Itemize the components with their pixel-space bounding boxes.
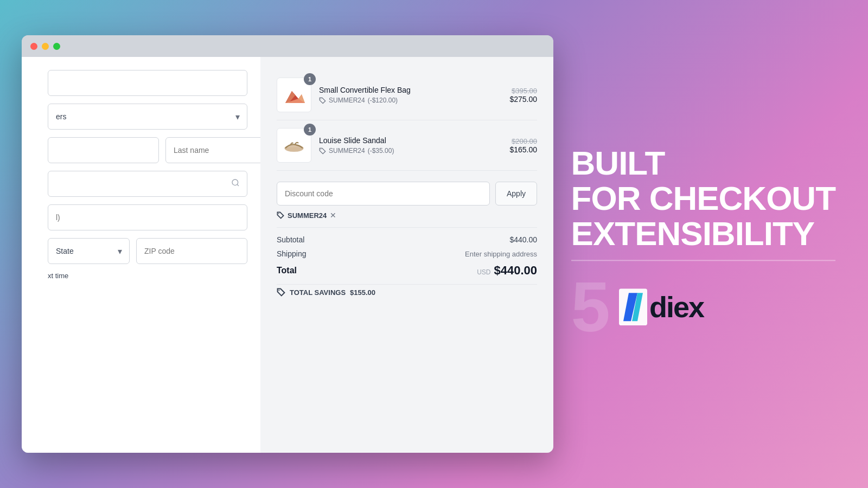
subtotal-row: Subtotal $440.00 [277, 235, 537, 244]
price-original-bag: $395.00 [509, 87, 537, 95]
subtotal-label: Subtotal [277, 235, 304, 244]
browser-content: ers ▾ [22, 57, 553, 453]
price-discounted-sandal: $165.00 [509, 145, 537, 154]
country-select-wrap: ers ▾ [48, 104, 247, 130]
applied-code-wrap: SUMMER24 ✕ [277, 211, 537, 220]
product-name-sandal: Louise Slide Sandal [319, 136, 394, 145]
shipping-value: Enter shipping address [465, 250, 537, 258]
product-prices-sandal: $200.00 $165.00 [509, 137, 537, 154]
address-search-icon [231, 178, 240, 189]
svg-point-7 [321, 98, 321, 99]
total-label: Total [277, 266, 297, 275]
savings-label: TOTAL SAVINGS [290, 288, 346, 297]
discount-amount-sandal: (-$35.00) [368, 147, 394, 155]
apply-discount-button[interactable]: Apply [495, 182, 537, 206]
discount-code-input[interactable] [277, 182, 490, 206]
subtotal-value: $440.00 [509, 235, 537, 244]
discount-amount-bag: (-$120.00) [368, 97, 398, 104]
email-field[interactable] [48, 70, 247, 96]
product-image-wrap-sandal: 1 [277, 128, 311, 163]
address2-field[interactable] [48, 204, 247, 230]
product-quantity-badge-sandal: 1 [304, 124, 316, 136]
product-info-sandal: Louise Slide Sandal SUMMER24 (-$35.00) [319, 136, 394, 155]
discount-section: Apply SUMMER24 ✕ [277, 171, 537, 227]
diex-logo-row: 5 diex [571, 272, 835, 343]
shipping-label: Shipping [277, 249, 307, 258]
discount-code-bag: SUMMER24 [329, 97, 365, 104]
save-info-row: xt time [48, 272, 247, 280]
address-field[interactable] [48, 171, 247, 197]
close-button[interactable] [30, 43, 37, 50]
zip-field[interactable] [136, 238, 247, 264]
state-zip-row: State ▾ [48, 238, 247, 264]
shipping-row: Shipping Enter shipping address [277, 249, 537, 258]
svg-line-1 [237, 184, 239, 186]
price-original-sandal: $200.00 [509, 137, 537, 145]
total-amount-value: $440.00 [494, 264, 537, 278]
price-discounted-bag: $275.00 [509, 95, 537, 104]
diex-brand-text: diex [649, 293, 704, 322]
browser-titlebar [22, 35, 553, 57]
order-summary-panel: 1 Small Convertible Flex Bag SUMMER24 (-… [260, 57, 553, 453]
address-wrap [48, 171, 247, 197]
minimize-button[interactable] [42, 43, 49, 50]
firstname-field[interactable] [48, 137, 159, 163]
product-discount-sandal: SUMMER24 (-$35.00) [319, 147, 394, 155]
discount-code-sandal: SUMMER24 [329, 147, 365, 155]
product-image-wrap-bag: 1 [277, 78, 311, 112]
save-info-label: xt time [48, 272, 68, 280]
discount-input-row: Apply [277, 182, 537, 206]
savings-value: $155.00 [350, 288, 375, 297]
savings-row: TOTAL SAVINGS $155.00 [277, 284, 537, 297]
product-item-bag: 1 Small Convertible Flex Bag SUMMER24 (-… [277, 70, 537, 120]
applied-code-badge: SUMMER24 [277, 211, 327, 220]
name-row [48, 137, 247, 163]
state-select[interactable]: State [48, 238, 130, 264]
total-currency: USD [477, 268, 490, 276]
product-quantity-badge-bag: 1 [304, 73, 316, 85]
branding-line3: EXTENSIBILITY [571, 216, 835, 252]
product-left-bag: 1 Small Convertible Flex Bag SUMMER24 (-… [277, 78, 411, 112]
country-select[interactable]: ers [48, 104, 247, 130]
totals-section: Subtotal $440.00 Shipping Enter shipping… [277, 227, 537, 304]
svg-point-10 [285, 147, 303, 151]
state-select-wrap: State ▾ [48, 238, 130, 264]
product-left-sandal: 1 Louise Slide Sandal SUMMER24 (-$35.00) [277, 128, 394, 163]
product-name-bag: Small Convertible Flex Bag [319, 86, 411, 94]
branding-line2: FOR CHECKOUT [571, 181, 835, 216]
svg-point-0 [232, 179, 238, 185]
brand-divider [571, 260, 835, 261]
svg-point-13 [278, 290, 279, 291]
applied-code-text: SUMMER24 [288, 211, 327, 220]
remove-code-button[interactable]: ✕ [330, 211, 336, 220]
maximize-button[interactable] [53, 43, 60, 50]
savings-tag-icon [277, 288, 285, 297]
branding-section: BUILT FOR CHECKOUT EXTENSIBILITY 5 diex [571, 145, 835, 342]
lastname-field[interactable] [165, 137, 260, 163]
total-amount-wrap: USD $440.00 [477, 264, 537, 278]
product-item-sandal: 1 Louise Slide Sandal SUMMER24 (-$35.00) [277, 120, 537, 171]
svg-point-12 [278, 213, 279, 214]
product-prices-bag: $395.00 $275.00 [509, 87, 537, 104]
diex-slash-icon [619, 289, 647, 326]
svg-point-11 [321, 149, 321, 149]
checkout-form-panel: ers ▾ [22, 57, 260, 453]
product-info-bag: Small Convertible Flex Bag SUMMER24 (-$1… [319, 86, 411, 104]
browser-window: ers ▾ [22, 35, 553, 453]
total-main-row: Total USD $440.00 [277, 264, 537, 278]
diex-logo: diex [619, 289, 704, 326]
brand-number: 5 [571, 272, 610, 343]
branding-line1: BUILT [571, 145, 835, 181]
product-discount-bag: SUMMER24 (-$120.00) [319, 97, 411, 104]
